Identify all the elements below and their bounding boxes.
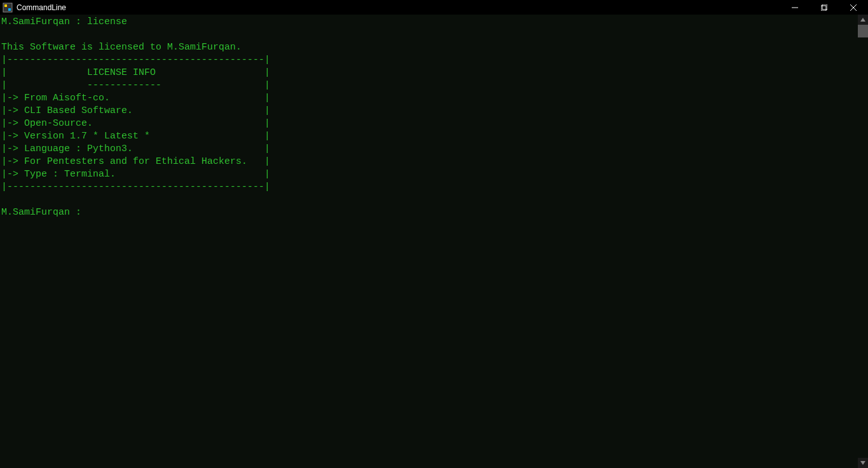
terminal-line: |-> For Pentesters and for Ethical Hacke… [1,156,270,167]
svg-rect-5 [822,4,827,10]
window-title: CommandLine [17,3,66,12]
maximize-button[interactable] [810,0,839,15]
terminal-line: |-> Type : Terminal. | [1,169,270,180]
terminal-output[interactable]: M.SamiFurqan : license This Software is … [0,15,868,468]
window-controls [780,0,868,15]
terminal-line: This Software is licensed to M.SamiFurqa… [1,42,241,53]
scroll-down-button[interactable] [858,458,868,468]
scrollbar[interactable] [858,15,868,468]
scroll-up-button[interactable] [858,15,868,25]
minimize-button[interactable] [780,0,810,15]
svg-marker-8 [860,18,865,22]
svg-marker-9 [860,461,865,465]
svg-rect-2 [8,8,11,11]
titlebar[interactable]: CommandLine [0,0,868,15]
scroll-thumb[interactable] [858,25,868,37]
app-icon [3,3,13,13]
terminal-line: |---------------------------------------… [1,55,270,65]
close-button[interactable] [839,0,868,15]
terminal-line: | LICENSE INFO | [1,67,270,78]
svg-rect-4 [821,6,826,11]
terminal-line: |---------------------------------------… [1,182,270,192]
prompt-line: M.SamiFurqan : [1,207,87,218]
terminal-line: |-> From Aisoft-co. | [1,93,270,104]
terminal-line: |-> Language : Python3. | [1,144,270,154]
terminal-line: |-> Open-Source. | [1,118,270,129]
prompt-line: M.SamiFurqan : license [1,17,127,27]
terminal-line: |-> Version 1.7 * Latest * | [1,131,270,142]
terminal-line: |-> CLI Based Software. | [1,105,270,116]
svg-rect-1 [4,4,7,7]
terminal-line: | ------------- | [1,80,270,91]
